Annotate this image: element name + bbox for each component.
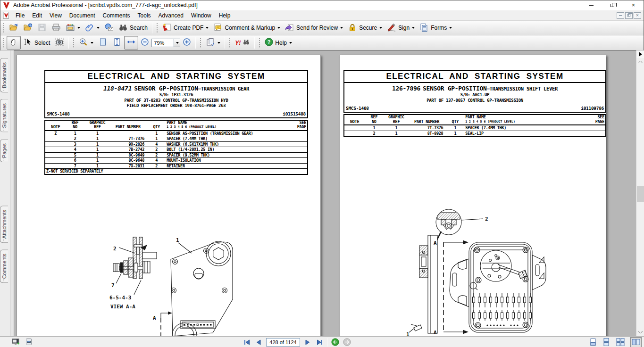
restore-button[interactable] [602,0,623,10]
last-page-button[interactable] [315,338,324,347]
toolbar-separator [195,37,196,49]
help-button[interactable]: ?Help [262,36,294,50]
toolbar-grip[interactable] [200,38,201,48]
nav-tab-signatures[interactable]: Signatures [0,99,8,132]
vertical-scrollbar[interactable] [636,50,644,336]
continuous-facing-button[interactable] [615,338,626,347]
first-page-button[interactable] [243,338,251,347]
toolbar-grip[interactable] [229,38,231,48]
dropdown-arrow-icon [379,27,382,29]
doc-close-button[interactable]: × [634,12,641,19]
scrollbar-thumb[interactable] [637,186,644,202]
next-view-button[interactable] [343,338,351,347]
yahoo-search-button[interactable]: Y! [233,37,252,49]
fit-width-button[interactable] [124,36,138,50]
toolbar-grip[interactable] [156,23,158,33]
menu-item-tools[interactable]: Tools [134,11,155,20]
close-button[interactable]: × [623,0,644,10]
next-page-button[interactable] [303,338,312,347]
menu-item-view[interactable]: View [46,11,66,20]
select-label: Select [34,40,50,46]
sign-button[interactable]: Sign [385,21,417,35]
doc-minimize-button[interactable] [617,12,624,19]
dropdown-arrow-icon [91,42,93,44]
view-toolbar: Select Y! ?Help [0,35,644,50]
main-area: BookmarksSignaturesPagesAttachmentsComme… [0,50,644,336]
save-button[interactable] [35,21,49,35]
menu-item-help[interactable]: Help [215,11,234,20]
nav-tab-bookmarks[interactable]: Bookmarks [0,58,8,92]
menu-item-window[interactable]: Window [187,11,215,20]
select-tool-button[interactable]: Select [21,36,52,50]
hand-tool-button[interactable] [7,36,21,50]
page-indicator-input[interactable] [266,338,300,347]
actual-size-button[interactable] [96,36,110,50]
zoom-out-button[interactable] [138,36,151,50]
sign-label: Sign [398,25,410,31]
minimize-button[interactable] [580,0,602,10]
page-layout-icon [206,38,215,48]
scroll-up-button[interactable] [636,58,644,66]
zoom-in-button[interactable] [180,36,193,50]
pane-splitter[interactable] [10,50,14,336]
nav-tab-attachments[interactable]: Attachments [0,206,8,243]
open-button[interactable] [7,21,21,35]
toolbar-grip[interactable] [73,38,75,48]
snapshot-button[interactable] [52,36,67,50]
zoom-level-input[interactable] [151,39,174,47]
attach-button[interactable] [83,21,102,35]
navigation-tab-strip: BookmarksSignaturesPagesAttachmentsComme… [0,50,10,336]
pane-toggle-button[interactable] [636,50,644,58]
print-button[interactable] [49,21,63,35]
send-for-review-button[interactable]: Send for Review [283,21,345,35]
toolbar-separator [254,37,255,49]
nav-tab-comments[interactable]: Comments [0,249,8,283]
facing-pages-button[interactable] [630,337,642,347]
select-cursor-icon [23,38,33,48]
zoom-dropdown-button[interactable] [174,39,180,47]
toolbar-grip[interactable] [3,38,5,48]
page-display-button[interactable] [203,36,223,50]
dropdown-arrow-icon [206,27,209,29]
menu-item-document[interactable]: Document [66,11,99,20]
document-pane[interactable]: ELECTRICAL AND STARTING SYSTEM 118-8471S… [14,50,636,336]
continuous-page-button[interactable] [602,338,611,347]
file-toolbar: Search Create PDF Comment & Markup Send … [0,21,644,35]
secure-button[interactable]: Secure [345,21,385,35]
create-pdf-button[interactable]: Create PDF [160,21,211,35]
diagram-label: 1 [176,237,179,243]
menu-list: FileEditViewDocumentCommentsToolsAdvance… [12,10,617,20]
dropdown-arrow-icon [277,27,280,29]
toolbar-grip[interactable] [259,38,260,48]
menu-item-edit[interactable]: Edit [28,11,46,20]
organizer-button[interactable] [63,21,83,35]
marquee-zoom-button[interactable] [76,36,96,50]
diagram-label: 2 [113,246,117,252]
email-button[interactable] [102,21,116,35]
statusbar [0,336,644,347]
menu-item-advanced[interactable]: Advanced [155,11,187,20]
previous-view-button[interactable] [331,338,339,347]
toolbar-grip[interactable] [3,23,5,33]
forms-icon [419,23,429,33]
open-organizer-button[interactable] [21,21,35,35]
nav-tab-pages[interactable]: Pages [0,139,8,162]
toolbar-separator [68,37,69,49]
disk-icon[interactable] [25,338,33,347]
previous-page-button[interactable] [254,338,263,347]
titlebar: Adobe Acrobat Professional - [scribd.vpd… [0,0,644,10]
comment-markup-button[interactable]: Comment & Markup [211,21,283,35]
zoom-in-icon [183,38,191,48]
menu-item-comments[interactable]: Comments [99,11,134,20]
fit-page-button[interactable] [110,36,124,50]
menu-item-file[interactable]: File [12,11,28,20]
scroll-down-button[interactable] [636,328,644,336]
forms-button[interactable]: Forms [417,21,454,35]
diagram-label: 2 [485,216,488,222]
diagram-label: 1 [406,331,410,336]
monitor-icon[interactable] [11,338,20,347]
doc-restore-button[interactable] [625,12,633,19]
search-button[interactable]: Search [116,21,150,35]
single-page-button[interactable] [589,338,597,347]
svg-text:?: ? [268,39,271,45]
